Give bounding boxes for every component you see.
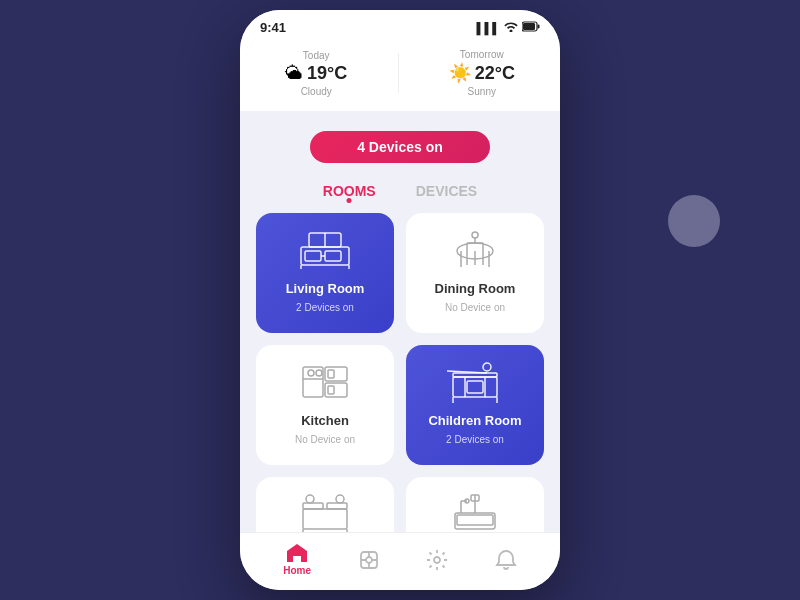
kitchen-status: No Device on: [295, 434, 355, 445]
today-icon: 🌥: [285, 63, 303, 84]
svg-rect-44: [306, 495, 314, 503]
svg-point-54: [366, 557, 372, 563]
living-room-status: 2 Devices on: [296, 302, 354, 313]
svg-rect-31: [453, 373, 497, 377]
living-room-name: Living Room: [286, 281, 365, 296]
svg-point-37: [483, 363, 491, 371]
svg-rect-45: [336, 495, 344, 503]
living-room-icon: [295, 225, 355, 275]
nav-device[interactable]: [358, 549, 380, 571]
battery-icon: [522, 21, 540, 34]
kitchen-name: Kitchen: [301, 413, 349, 428]
dining-room-icon: [445, 225, 505, 275]
bedroom-icon: [295, 489, 355, 532]
today-label: Today: [303, 50, 330, 61]
today-temp: 19°C: [307, 63, 347, 84]
svg-point-17: [472, 232, 478, 238]
svg-rect-1: [523, 23, 535, 30]
svg-rect-29: [328, 386, 334, 394]
tab-rooms[interactable]: ROOMS: [323, 183, 376, 203]
svg-rect-36: [467, 381, 483, 393]
rooms-grid: Living Room 2 Devices on: [240, 213, 560, 532]
bathroom-icon: [445, 489, 505, 532]
svg-point-59: [434, 557, 440, 563]
children-room-name: Children Room: [428, 413, 521, 428]
svg-point-26: [308, 370, 314, 376]
weather-tomorrow: Tomorrow ☀️ 22°C Sunny: [449, 49, 515, 97]
nav-bar: Home: [240, 532, 560, 590]
home-icon: [286, 543, 308, 563]
svg-rect-41: [327, 503, 347, 509]
tomorrow-desc: Sunny: [468, 86, 496, 97]
gray-circle-decoration: [668, 195, 720, 247]
svg-point-27: [316, 370, 322, 376]
tomorrow-temp: 22°C: [475, 63, 515, 84]
svg-rect-4: [305, 251, 321, 261]
svg-rect-40: [303, 503, 323, 509]
room-card-bedroom[interactable]: Bedroom: [256, 477, 394, 532]
dining-room-name: Dining Room: [435, 281, 516, 296]
room-card-children[interactable]: Children Room 2 Devices on: [406, 345, 544, 465]
tomorrow-label: Tomorrow: [460, 49, 504, 60]
status-time: 9:41: [260, 20, 286, 35]
weather-section: Today 🌥 19°C Cloudy Tomorrow ☀️ 22°C Sun…: [240, 41, 560, 111]
nav-home[interactable]: Home: [283, 543, 311, 576]
weather-divider: [398, 53, 399, 93]
children-room-icon: [445, 357, 505, 407]
today-desc: Cloudy: [301, 86, 332, 97]
signal-icon: ▌▌▌: [477, 22, 500, 34]
svg-rect-28: [328, 370, 334, 378]
tabs-section: ROOMS DEVICES: [240, 177, 560, 213]
svg-rect-30: [453, 377, 497, 397]
weather-today: Today 🌥 19°C Cloudy: [285, 50, 347, 97]
nav-notifications[interactable]: [495, 549, 517, 571]
dining-room-status: No Device on: [445, 302, 505, 313]
status-icons: ▌▌▌: [477, 21, 540, 34]
tomorrow-icon: ☀️: [449, 62, 471, 84]
room-card-bathroom[interactable]: Bathroom: [406, 477, 544, 532]
nav-home-label: Home: [283, 565, 311, 576]
room-card-kitchen[interactable]: Kitchen No Device on: [256, 345, 394, 465]
notifications-icon: [495, 549, 517, 571]
nav-settings[interactable]: [426, 549, 448, 571]
children-room-status: 2 Devices on: [446, 434, 504, 445]
wifi-icon: [504, 21, 518, 34]
device-icon: [358, 549, 380, 571]
kitchen-icon: [295, 357, 355, 407]
tab-devices[interactable]: DEVICES: [416, 183, 477, 203]
svg-rect-5: [325, 251, 341, 261]
status-bar: 9:41 ▌▌▌: [240, 10, 560, 41]
room-card-dining[interactable]: Dining Room No Device on: [406, 213, 544, 333]
devices-badge[interactable]: 4 Devices on: [310, 131, 490, 163]
settings-icon: [426, 549, 448, 571]
room-card-living[interactable]: Living Room 2 Devices on: [256, 213, 394, 333]
svg-rect-39: [303, 509, 347, 529]
svg-rect-2: [538, 25, 540, 29]
phone-frame: 9:41 ▌▌▌ Today 🌥 19°C Cloudy Tomorrow ☀️: [240, 10, 560, 590]
svg-rect-47: [457, 515, 493, 525]
